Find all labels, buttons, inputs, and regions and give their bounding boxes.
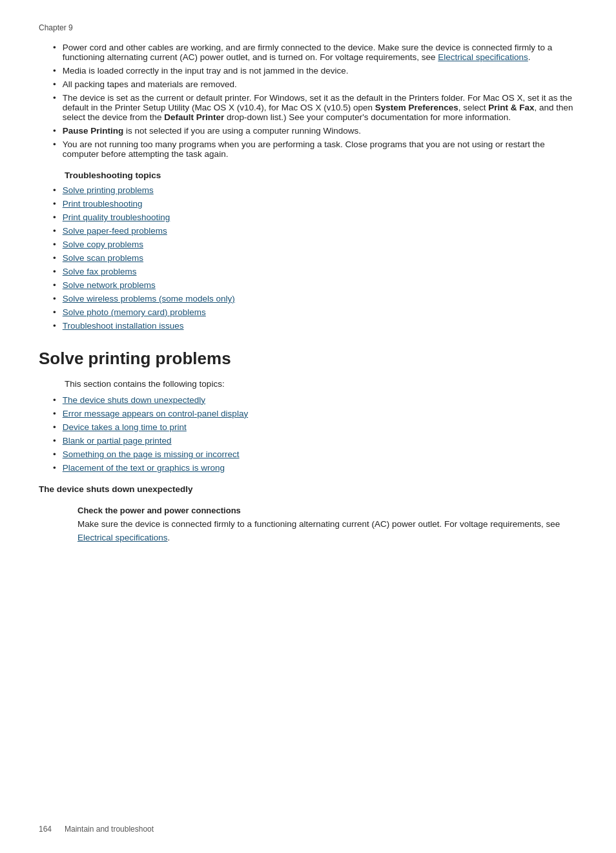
blank-partial-link[interactable]: Blank or partial page printed xyxy=(63,436,172,446)
solve-printing-list: The device shuts down unexpectedly Error… xyxy=(39,395,577,473)
bullet-text: The device is set as the current or defa… xyxy=(63,93,577,122)
list-item: The device shuts down unexpectedly xyxy=(39,395,577,405)
list-item: Solve copy problems xyxy=(39,240,577,249)
network-problems-link[interactable]: Solve network problems xyxy=(63,280,156,290)
troubleshooting-topics-list: Solve printing problems Print troublesho… xyxy=(39,185,577,331)
electrical-specs-link-1[interactable]: Electrical specifications xyxy=(438,52,528,62)
bullet-text: Media is loaded correctly in the input t… xyxy=(63,66,349,76)
bullet-text: Power cord and other cables are working,… xyxy=(63,43,577,62)
electrical-specs-link-2[interactable]: Electrical specifications xyxy=(77,533,168,542)
troubleshooting-topics-heading: Troubleshooting topics xyxy=(65,170,577,180)
list-item: Error message appears on control-panel d… xyxy=(39,409,577,418)
list-item: All packing tapes and materials are remo… xyxy=(39,79,577,89)
footer-page-number: 164 xyxy=(39,825,52,834)
page: Chapter 9 Power cord and other cables ar… xyxy=(0,0,616,853)
solve-printing-intro: This section contains the following topi… xyxy=(65,378,577,391)
chapter-label: Chapter 9 xyxy=(39,23,577,32)
list-item: You are not running too many programs wh… xyxy=(39,139,577,159)
error-message-link[interactable]: Error message appears on control-panel d… xyxy=(63,409,248,418)
device-takes-long-link[interactable]: Device takes a long time to print xyxy=(63,422,187,432)
list-item: Placement of the text or graphics is wro… xyxy=(39,463,577,473)
list-item: Print quality troubleshooting xyxy=(39,212,577,222)
list-item: Pause Printing is not selected if you ar… xyxy=(39,126,577,136)
print-quality-link[interactable]: Print quality troubleshooting xyxy=(63,212,170,222)
list-item: Solve paper-feed problems xyxy=(39,226,577,236)
intro-bullets: Power cord and other cables are working,… xyxy=(39,43,577,159)
wireless-problems-link[interactable]: Solve wireless problems (some models onl… xyxy=(63,294,235,303)
fax-problems-link[interactable]: Solve fax problems xyxy=(63,267,137,276)
list-item: Solve network problems xyxy=(39,280,577,290)
photo-problems-link[interactable]: Solve photo (memory card) problems xyxy=(63,307,206,317)
list-item: Something on the page is missing or inco… xyxy=(39,449,577,459)
list-item: Solve scan problems xyxy=(39,253,577,263)
list-item: Solve wireless problems (some models onl… xyxy=(39,294,577,303)
check-power-heading: Check the power and power connections xyxy=(77,506,577,515)
list-item: Solve fax problems xyxy=(39,267,577,276)
list-item: Print troubleshooting xyxy=(39,199,577,209)
placement-wrong-link[interactable]: Placement of the text or graphics is wro… xyxy=(63,463,225,473)
print-troubleshooting-link[interactable]: Print troubleshooting xyxy=(63,199,143,209)
troubleshoot-installation-link[interactable]: Troubleshoot installation issues xyxy=(63,321,184,331)
list-item: Troubleshoot installation issues xyxy=(39,321,577,331)
list-item: Blank or partial page printed xyxy=(39,436,577,446)
copy-problems-link[interactable]: Solve copy problems xyxy=(63,240,143,249)
check-power-text-content: Make sure the device is connected firmly… xyxy=(77,519,560,542)
scan-problems-link[interactable]: Solve scan problems xyxy=(63,253,143,263)
bullet-text: All packing tapes and materials are remo… xyxy=(63,79,237,89)
bullet-text: You are not running too many programs wh… xyxy=(63,139,577,159)
device-shuts-heading: The device shuts down unexpectedly xyxy=(39,484,577,494)
bullet-text: Pause Printing is not selected if you ar… xyxy=(63,126,361,136)
solve-printing-link[interactable]: Solve printing problems xyxy=(63,185,154,195)
list-item: Media is loaded correctly in the input t… xyxy=(39,66,577,76)
something-missing-link[interactable]: Something on the page is missing or inco… xyxy=(63,449,240,459)
check-power-text: Make sure the device is connected firmly… xyxy=(77,518,577,545)
list-item: Device takes a long time to print xyxy=(39,422,577,432)
list-item: Solve printing problems xyxy=(39,185,577,195)
solve-printing-heading: Solve printing problems xyxy=(39,349,577,369)
device-shuts-link[interactable]: The device shuts down unexpectedly xyxy=(63,395,205,405)
footer-label: Maintain and troubleshoot xyxy=(65,825,154,834)
list-item: Power cord and other cables are working,… xyxy=(39,43,577,62)
list-item: The device is set as the current or defa… xyxy=(39,93,577,122)
paper-feed-link[interactable]: Solve paper-feed problems xyxy=(63,226,167,236)
footer: 164 Maintain and troubleshoot xyxy=(39,825,577,834)
list-item: Solve photo (memory card) problems xyxy=(39,307,577,317)
